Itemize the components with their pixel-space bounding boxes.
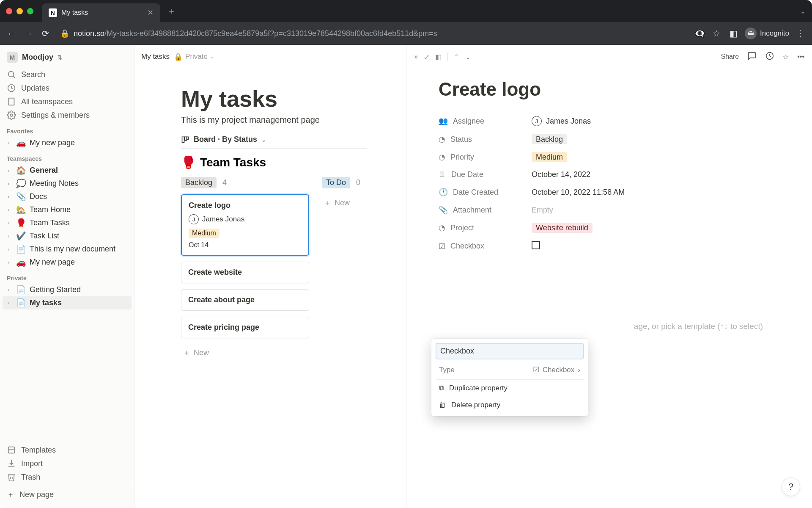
new-page-button[interactable]: ＋ New page	[0, 484, 134, 505]
page-subtitle[interactable]: This is my project management page	[181, 115, 367, 125]
chevron-right-icon[interactable]: ›	[4, 287, 13, 293]
eye-off-icon[interactable]: 👁‍🗨	[694, 28, 705, 39]
property-checkbox[interactable]: ☑Checkbox	[439, 237, 780, 256]
sidebar-settings[interactable]: Settings & members	[0, 108, 134, 122]
sidebar-all-teamspaces[interactable]: All teamspaces	[0, 95, 134, 108]
chevron-right-icon[interactable]: ›	[4, 167, 13, 174]
sidebar-page-my-tasks[interactable]: › 📄 My tasks	[3, 296, 132, 309]
share-button[interactable]: Share	[721, 53, 739, 61]
sidebar-page-team-home[interactable]: › 🏡 Team Home	[0, 203, 134, 216]
sidebar-teamspace-general[interactable]: › 🏠 General	[0, 164, 134, 177]
comments-icon[interactable]	[747, 51, 757, 62]
minimize-window-icon[interactable]	[16, 8, 23, 14]
property-name-input[interactable]	[436, 343, 584, 359]
property-project[interactable]: ◔Project Website rebuild	[439, 219, 780, 237]
property-label: Attachment	[453, 206, 491, 215]
next-page-icon[interactable]: ⌄	[465, 53, 471, 61]
new-card-button[interactable]: ＋ New	[322, 194, 367, 211]
board-card[interactable]: Create pricing page	[181, 317, 309, 338]
checkbox-input[interactable]	[532, 241, 540, 249]
browser-tab[interactable]: N My tasks ✕	[42, 3, 160, 22]
chevron-right-icon[interactable]: ›	[4, 207, 13, 213]
peek-mode-icon[interactable]: ◧	[435, 53, 442, 61]
sidebar-page-team-tasks[interactable]: › 🥊 Team Tasks	[0, 216, 134, 229]
chevron-right-icon[interactable]: ›	[4, 180, 13, 187]
chrome-menu-icon[interactable]: ⋮	[795, 28, 806, 39]
peek-panel: » ⤢ ◧ ⌃ ⌄ Share ☆ ••• Create logo 👥Assi	[406, 45, 812, 508]
new-tab-button[interactable]: ＋	[167, 5, 176, 17]
chevron-right-icon[interactable]: ›	[4, 220, 13, 226]
sidebar-import[interactable]: Import	[0, 457, 134, 470]
peek-title[interactable]: Create logo	[439, 79, 780, 100]
chevron-right-icon[interactable]: ›	[4, 259, 13, 265]
bookmark-star-icon[interactable]: ☆	[711, 28, 722, 39]
chevron-right-icon[interactable]: ›	[4, 300, 13, 306]
workspace-switcher[interactable]: M Moodjoy ⇅	[0, 48, 134, 68]
property-attachment[interactable]: 📎Attachment Empty	[439, 201, 780, 219]
search-icon	[7, 70, 16, 79]
help-button[interactable]: ?	[782, 478, 800, 496]
sidebar-favorite-item[interactable]: › 🚗 My new page	[0, 136, 134, 149]
chevron-right-icon[interactable]: ›	[4, 246, 13, 252]
column-header[interactable]: To Do 0	[322, 174, 367, 194]
sidebar-templates[interactable]: Templates	[0, 443, 134, 457]
card-assignee: J James Jonas	[189, 214, 302, 224]
sidebar-page-task-list[interactable]: › ✔️ Task List	[0, 229, 134, 243]
favorite-star-icon[interactable]: ☆	[783, 53, 789, 61]
maximize-window-icon[interactable]	[27, 8, 33, 14]
sidebar-page-my-new-page[interactable]: › 🚗 My new page	[0, 256, 134, 269]
sidebar-page-getting-started[interactable]: › 📄 Getting Started	[0, 283, 134, 296]
property-assignee[interactable]: 👥Assignee J James Jonas	[439, 112, 780, 130]
avatar-icon: J	[532, 116, 542, 126]
sidebar-page-new-document[interactable]: › 📄 This is my new document	[0, 243, 134, 256]
chrome-tablist-menu-icon[interactable]: ⌄	[800, 6, 806, 16]
sidebar-search[interactable]: Search	[0, 68, 134, 81]
prev-page-icon[interactable]: ⌃	[454, 53, 459, 61]
type-value: Checkbox	[543, 366, 575, 374]
assignee-name: James Jonas	[202, 215, 244, 224]
side-panel-icon[interactable]: ◧	[728, 28, 739, 39]
back-icon[interactable]: ←	[6, 28, 17, 39]
new-card-button[interactable]: ＋ New	[181, 344, 309, 361]
duplicate-property-button[interactable]: ⧉ Duplicate property	[436, 380, 584, 397]
close-peek-icon[interactable]: »	[414, 53, 418, 61]
property-priority[interactable]: ◔Priority Medium	[439, 148, 780, 166]
reload-icon[interactable]: ⟳	[40, 28, 51, 39]
more-menu-icon[interactable]: •••	[797, 53, 804, 61]
board-column-backlog: Backlog 4 Create logo J James Jonas Medi…	[181, 174, 309, 361]
board-card[interactable]: Create logo J James Jonas Medium Oct 14	[181, 194, 309, 256]
visibility-badge[interactable]: 🔒 Private ⌄	[174, 52, 214, 61]
sidebar-page-meeting-notes[interactable]: › 💭 Meeting Notes	[0, 177, 134, 190]
incognito-indicator[interactable]: 🕶 Incognito	[745, 28, 789, 39]
view-switcher[interactable]: Board · By Status ⌄	[181, 135, 367, 148]
page-label: Task List	[30, 232, 59, 240]
property-due-date[interactable]: 🗓Due Date October 14, 2022	[439, 166, 780, 183]
close-window-icon[interactable]	[6, 8, 12, 14]
updates-icon[interactable]	[765, 51, 774, 62]
sidebar-updates[interactable]: Updates	[0, 81, 134, 95]
plus-icon: ＋	[183, 348, 190, 358]
forward-icon[interactable]: →	[23, 28, 34, 39]
column-count: 0	[356, 178, 360, 187]
board-card[interactable]: Create about page	[181, 289, 309, 311]
page-title[interactable]: My tasks	[181, 86, 367, 112]
chevron-right-icon[interactable]: ›	[4, 233, 13, 239]
svg-rect-3	[9, 98, 14, 105]
column-header[interactable]: Backlog 4	[181, 174, 309, 194]
sidebar-label: Search	[21, 70, 45, 79]
board-card[interactable]: Create website	[181, 262, 309, 283]
address-bar[interactable]: 🔒 notion.so/My-tasks-e6f34988812d420c875…	[57, 29, 688, 38]
breadcrumb[interactable]: My tasks 🔒 Private ⌄	[141, 52, 214, 61]
database-title[interactable]: 🥊 Team Tasks	[181, 155, 367, 169]
property-date-created[interactable]: 🕐Date Created October 10, 2022 11:58 AM	[439, 183, 780, 201]
chevron-right-icon[interactable]: ›	[4, 140, 13, 146]
delete-property-button[interactable]: 🗑 Delete property	[436, 397, 584, 414]
sidebar-trash[interactable]: Trash	[0, 470, 134, 484]
expand-icon[interactable]: ⤢	[424, 53, 429, 61]
property-type-row[interactable]: Type ☑ Checkbox ›	[436, 359, 584, 380]
chevron-right-icon[interactable]: ›	[4, 193, 13, 200]
sidebar-label: All teamspaces	[21, 97, 73, 106]
sidebar-page-docs[interactable]: › 📎 Docs	[0, 190, 134, 203]
close-tab-icon[interactable]: ✕	[147, 8, 154, 17]
property-status[interactable]: ◔Status Backlog	[439, 130, 780, 148]
